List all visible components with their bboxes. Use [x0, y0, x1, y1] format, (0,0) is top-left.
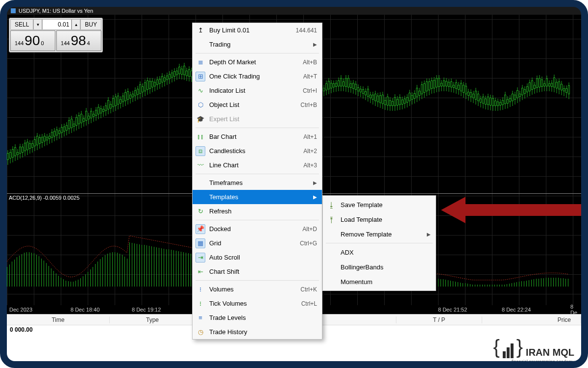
menu-item[interactable]: ⊞One Click TradingAlt+T — [193, 69, 322, 83]
menu-item[interactable]: ≣Depth Of MarketAlt+B — [193, 55, 322, 69]
menu-item[interactable]: ↻Refresh — [193, 204, 322, 218]
menu-item[interactable]: ⇤Chart Shift — [193, 264, 322, 279]
submenu-item[interactable]: BollingerBands — [323, 260, 436, 274]
menu-item[interactable]: Trading▶ — [193, 37, 322, 52]
col-price[interactable]: Price — [482, 316, 581, 323]
submenu-item[interactable]: ADX — [323, 245, 436, 260]
menu-item[interactable]: ◷Trade History — [193, 325, 322, 339]
menu-item[interactable]: ⧈CandlesticksAlt+2 — [193, 144, 322, 158]
window-title: USDJPY, M1: US Dollar vs Yen — [19, 8, 93, 14]
templates-submenu[interactable]: ⭳Save Template⭱Load TemplateRemove Templ… — [322, 195, 436, 291]
menu-item[interactable]: ⇥Auto Scroll — [193, 250, 322, 264]
window-icon — [11, 8, 16, 13]
col-time[interactable]: Time — [7, 316, 110, 323]
menu-item: 🎓Expert List — [193, 112, 322, 126]
watermark-logo: { } IRAN MQL — [493, 336, 574, 358]
watermark-subtitle: financial programming Academy — [512, 359, 574, 364]
menu-item[interactable]: Timeframes▶ — [193, 176, 322, 190]
submenu-item[interactable]: Remove Template▶ — [323, 227, 436, 241]
svg-marker-0 — [441, 197, 588, 223]
window-title-bar: USDJPY, M1: US Dollar vs Yen — [7, 7, 581, 15]
submenu-item[interactable]: ⭱Load Template — [323, 212, 436, 227]
menu-item[interactable]: ⬡Object ListCtrl+B — [193, 98, 322, 112]
menu-item[interactable]: ↥Buy Limit 0.01144.641 — [193, 23, 322, 37]
menu-item[interactable]: ⫶VolumesCtrl+K — [193, 282, 322, 296]
menu-item[interactable]: 📌DockedAlt+D — [193, 222, 322, 236]
menu-item[interactable]: ≡Trade Levels — [193, 311, 322, 325]
menu-item[interactable]: ∿Indicator ListCtrl+I — [193, 83, 322, 98]
menu-item[interactable]: 〰Line ChartAlt+3 — [193, 158, 322, 172]
submenu-item[interactable]: ⭳Save Template — [323, 197, 436, 212]
menu-item[interactable]: ▦GridCtrl+G — [193, 236, 322, 250]
chart-context-menu[interactable]: ↥Buy Limit 0.01144.641Trading▶≣Depth Of … — [192, 23, 322, 340]
menu-item[interactable]: ⫶Tick VolumesCtrl+L — [193, 296, 322, 311]
col-type[interactable]: Type — [110, 316, 196, 323]
submenu-item[interactable]: Momentum — [323, 274, 436, 289]
menu-item[interactable]: Templates▶ — [193, 190, 322, 204]
annotation-arrow — [441, 195, 588, 225]
col-tp[interactable]: T / P — [396, 316, 482, 323]
menu-item[interactable]: ⫿⫿Bar ChartAlt+1 — [193, 130, 322, 144]
